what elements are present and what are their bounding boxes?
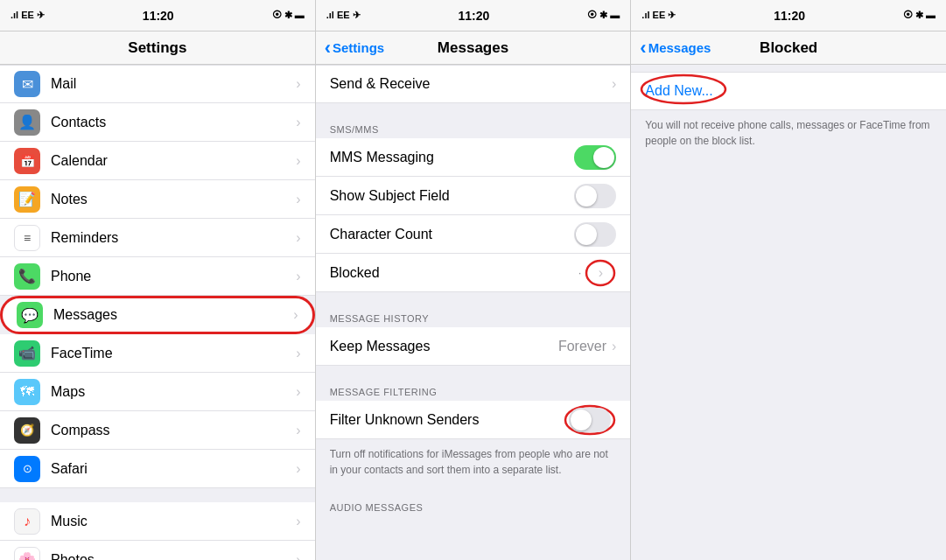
status-bar-3: .ıl EE ✈ 11:20 ⦿ ✱ ▬: [631, 0, 946, 31]
facetime-chevron: ›: [296, 346, 300, 361]
mms-messaging-toggle[interactable]: [574, 145, 616, 170]
time-1: 11:20: [143, 9, 174, 23]
facetime-icon: 📹: [14, 340, 40, 367]
notes-icon: 📝: [14, 186, 40, 213]
settings-row-messages[interactable]: 💬 Messages ›: [0, 296, 315, 334]
keep-messages-label: Keep Messages: [330, 339, 558, 354]
filter-unknown-label: Filter Unknown Senders: [330, 412, 564, 428]
icons-right-3: ⦿ ✱ ▬: [903, 10, 935, 21]
add-new-label[interactable]: Add New...: [645, 83, 712, 99]
maps-label: Maps: [51, 384, 296, 400]
mms-toggle-thumb: [593, 147, 614, 168]
icons-right-1: ⦿ ✱ ▬: [272, 10, 305, 21]
messages-nav-title: Messages: [438, 39, 508, 57]
message-filtering-header: MESSAGE FILTERING: [316, 380, 631, 401]
keep-messages-value: Forever: [558, 339, 606, 354]
compass-label: Compass: [51, 423, 296, 438]
music-chevron: ›: [296, 514, 300, 529]
send-receive-row[interactable]: Send & Receive ›: [316, 65, 631, 103]
character-count-label: Character Count: [330, 227, 575, 242]
settings-row-reminders[interactable]: ≡ Reminders ›: [0, 219, 315, 257]
settings-nav-title: Settings: [128, 39, 186, 57]
messages-back-label: Settings: [333, 40, 384, 55]
character-count-row[interactable]: Character Count: [316, 215, 631, 254]
settings-row-notes[interactable]: 📝 Notes ›: [0, 180, 315, 219]
status-bar-2: .ıl EE ✈ 11:20 ⦿ ✱ ▬: [316, 0, 632, 31]
photos-label: Photos: [51, 552, 296, 561]
char-toggle-thumb: [576, 224, 597, 245]
settings-row-phone[interactable]: 📞 Phone ›: [0, 257, 315, 296]
filter-toggle-thumb: [571, 410, 592, 430]
phone-label: Phone: [51, 269, 296, 284]
add-new-row[interactable]: Add New...: [631, 72, 946, 110]
show-subject-label: Show Subject Field: [330, 188, 575, 204]
reminders-chevron: ›: [296, 230, 300, 246]
audio-messages-header: AUDIO MESSAGES: [316, 495, 631, 516]
blocked-panel: Add New... You will not receive phone ca…: [631, 65, 946, 560]
mms-messaging-row[interactable]: MMS Messaging: [316, 138, 631, 177]
maps-chevron: ›: [296, 384, 300, 400]
message-history-header: MESSAGE HISTORY: [316, 306, 631, 327]
safari-icon: ⊙: [14, 456, 40, 482]
time-3: 11:20: [774, 9, 805, 23]
settings-row-calendar[interactable]: 📅 Calendar ›: [0, 142, 315, 180]
status-bars-row: .ıl EE ✈ 11:20 ⦿ ✱ ▬ .ıl EE ✈ 11:20 ⦿ ✱ …: [0, 0, 946, 32]
add-new-container: Add New...: [631, 72, 946, 110]
settings-row-facetime[interactable]: 📹 FaceTime ›: [0, 334, 315, 373]
blocked-label: Blocked: [330, 265, 578, 281]
blocked-nav-title: Blocked: [760, 39, 817, 57]
phone-icon: 📞: [14, 263, 40, 290]
settings-row-safari[interactable]: ⊙ Safari ›: [0, 450, 315, 488]
compass-chevron: ›: [296, 423, 300, 438]
messages-back-button[interactable]: Settings: [325, 38, 385, 58]
send-receive-chevron: ›: [612, 76, 616, 92]
nav-header-messages: Settings Messages: [316, 32, 632, 64]
icons-right-2: ⦿ ✱ ▬: [587, 10, 620, 21]
contacts-label: Contacts: [51, 115, 296, 130]
settings-row-maps[interactable]: 🗺 Maps ›: [0, 373, 315, 411]
contacts-icon: 👤: [14, 109, 40, 136]
safari-label: Safari: [51, 461, 296, 477]
contacts-chevron: ›: [296, 115, 300, 130]
blocked-back-button[interactable]: Messages: [640, 38, 711, 58]
mail-label: Mail: [51, 76, 296, 92]
blocked-row[interactable]: Blocked · ›: [316, 254, 631, 292]
subject-toggle-thumb: [576, 186, 597, 206]
show-subject-toggle[interactable]: [574, 184, 616, 208]
sms-mms-header: SMS/MMS: [316, 117, 631, 138]
music-label: Music: [51, 514, 296, 529]
filter-unknown-row[interactable]: Filter Unknown Senders: [316, 401, 631, 439]
messages-label: Messages: [53, 307, 293, 323]
settings-row-mail[interactable]: ✉ Mail ›: [0, 65, 315, 103]
calendar-icon: 📅: [14, 148, 40, 174]
safari-chevron: ›: [296, 461, 300, 477]
photos-icon: 🌸: [14, 547, 40, 561]
settings-row-photos[interactable]: 🌸 Photos ›: [0, 541, 315, 560]
send-receive-label: Send & Receive: [330, 76, 612, 92]
nav-header-blocked: Messages Blocked: [631, 32, 946, 64]
show-subject-field-row[interactable]: Show Subject Field: [316, 177, 631, 215]
nav-headers-row: Settings Settings Messages Messages Bloc…: [0, 32, 946, 65]
compass-icon: 🧭: [14, 417, 40, 444]
character-count-toggle[interactable]: [574, 222, 616, 247]
calendar-label: Calendar: [51, 153, 296, 169]
phone-chevron: ›: [296, 269, 300, 284]
signal-left-1: .ıl EE ✈: [11, 10, 45, 21]
messages-chevron: ›: [293, 307, 298, 323]
status-bar-1: .ıl EE ✈ 11:20 ⦿ ✱ ▬: [0, 0, 316, 31]
blocked-description: You will not receive phone calls, messag…: [631, 110, 946, 163]
facetime-label: FaceTime: [51, 346, 296, 361]
keep-messages-row[interactable]: Keep Messages Forever ›: [316, 327, 631, 366]
main-panels: ✉ Mail › 👤 Contacts › 📅 Calendar › 📝 Not…: [0, 65, 946, 560]
settings-row-contacts[interactable]: 👤 Contacts ›: [0, 103, 315, 142]
settings-row-music[interactable]: ♪ Music ›: [0, 502, 315, 541]
settings-panel: ✉ Mail › 👤 Contacts › 📅 Calendar › 📝 Not…: [0, 65, 316, 560]
settings-row-compass[interactable]: 🧭 Compass ›: [0, 411, 315, 450]
reminders-icon: ≡: [14, 225, 40, 251]
messages-settings-panel: Send & Receive › SMS/MMS MMS Messaging S…: [316, 65, 632, 560]
filter-unknown-toggle[interactable]: [569, 408, 611, 432]
notes-chevron: ›: [296, 192, 300, 207]
time-2: 11:20: [459, 9, 490, 23]
keep-messages-chevron: ›: [612, 339, 616, 354]
maps-icon: 🗺: [14, 379, 40, 405]
